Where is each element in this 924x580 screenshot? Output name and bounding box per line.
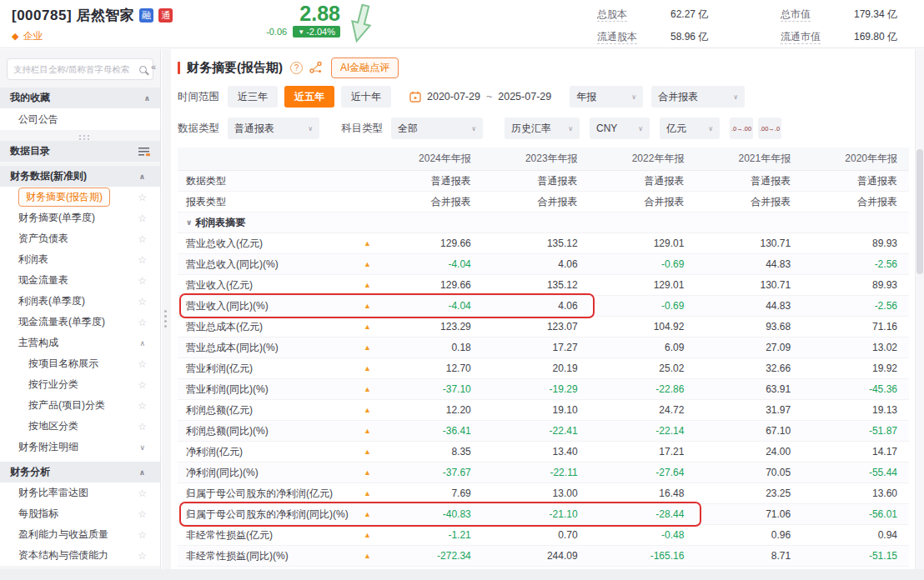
subject-type-select[interactable]: 全部 ∨ (391, 118, 483, 139)
alert-triangle-icon[interactable]: ▲ (364, 239, 371, 248)
favorite-star-icon[interactable]: ☆ (138, 421, 147, 432)
vertical-scrollbar[interactable] (915, 49, 924, 569)
range-3y-button[interactable]: 近三年 (228, 86, 278, 108)
alert-triangle-icon[interactable]: ▲ (364, 448, 371, 456)
date-range-picker[interactable]: 2020-07-29 ~ 2025-07-29 (409, 91, 551, 102)
report-scope-select[interactable]: 合并报表 ∨ (651, 86, 745, 108)
table-row[interactable]: 非经常性损益(同比)(%) ▲ -272.34 244.09 -165.16 8… (178, 546, 909, 567)
favorite-star-icon[interactable]: ☆ (138, 550, 147, 562)
favorite-star-icon[interactable]: ☆ (138, 275, 147, 287)
alert-triangle-icon[interactable]: ▲ (364, 510, 371, 518)
table-row[interactable]: 营业收入(同比)(%) ▲ -4.04 4.06 -0.69 44.83 -2.… (178, 296, 909, 317)
favorite-star-icon[interactable]: ☆ (138, 529, 147, 541)
alert-triangle-icon[interactable]: ▲ (364, 322, 371, 331)
margin-trading-badge[interactable]: 融 (139, 8, 153, 22)
table-row[interactable]: 利润总额(亿元) ▲ 12.20 19.10 24.72 31.97 19.13 (178, 400, 909, 421)
favorite-star-icon[interactable]: ☆ (138, 254, 147, 266)
alert-triangle-icon[interactable]: ▲ (364, 468, 371, 477)
range-5y-button[interactable]: 近五年 (284, 86, 334, 108)
alert-triangle-icon[interactable]: ▲ (364, 302, 371, 310)
sidebar-nav-item[interactable]: 现金流量表 ☆ (0, 270, 160, 291)
unit-select[interactable]: 亿元 ∨ (660, 118, 720, 139)
sidebar-nav-item[interactable]: 利润表 ☆ (0, 249, 160, 270)
favorite-star-icon[interactable]: ☆ (138, 212, 147, 224)
fx-rate-select[interactable]: 历史汇率 ∨ (505, 118, 580, 139)
decimal-increase-button[interactable]: .0→.00 (730, 118, 753, 139)
sidebar-nav-item[interactable]: 盈利能力与收益质量 ☆ (0, 524, 160, 545)
panel-drag-handle-icon[interactable] (164, 310, 167, 312)
favorite-star-icon[interactable]: ☆ (138, 379, 147, 391)
help-icon[interactable]: ? (290, 62, 303, 74)
sidebar-search-box[interactable] (7, 58, 153, 80)
sidebar-nav-item[interactable]: 财务摘要(单季度) ☆ (0, 208, 160, 228)
table-row[interactable]: 利润总额(同比)(%) ▲ -36.41 -22.41 -22.14 67.10… (178, 421, 909, 442)
decimal-decrease-button[interactable]: .00→.0 (758, 118, 781, 139)
alert-triangle-icon[interactable]: ▲ (364, 552, 371, 560)
alert-triangle-icon[interactable]: ▲ (364, 385, 371, 393)
catalog-list-icon[interactable] (138, 147, 150, 157)
table-row[interactable]: 归属于母公司股东的净利润(同比)(%) ▲ -40.83 -21.10 -28.… (178, 504, 909, 525)
alert-triangle-icon[interactable]: ▲ (364, 364, 371, 372)
sidebar-nav-item[interactable]: 按地区分类 ☆ (0, 416, 160, 437)
sidebar-search-input[interactable] (13, 64, 136, 74)
table-row[interactable]: 营业总成本(亿元) ▲ 123.29 123.07 104.92 93.68 7… (178, 317, 909, 338)
table-row[interactable]: 营业总收入(同比)(%) ▲ -4.04 4.06 -0.69 44.83 -2… (178, 254, 909, 275)
sidebar-nav-item[interactable]: 财务数据(新准则) ☆ ∧ (0, 166, 160, 187)
currency-select[interactable]: CNY ∨ (590, 118, 650, 139)
table-row[interactable]: 营业利润(同比)(%) ▲ -37.10 -19.29 -22.86 63.91… (178, 379, 909, 400)
data-type-select[interactable]: 普通报表 ∨ (228, 118, 319, 139)
table-row[interactable]: 营业总收入(亿元) ▲ 129.66 135.12 129.01 130.71 … (178, 233, 909, 254)
sidebar-nav-item[interactable]: 资本结构与偿债能力 ☆ (0, 545, 160, 566)
favorite-star-icon[interactable]: ☆ (138, 296, 147, 308)
sidebar-nav-item[interactable]: 资产负债表 ☆ (0, 228, 160, 249)
stock-connect-badge[interactable]: 通 (158, 8, 173, 22)
sidebar-nav-item[interactable]: 按项目名称展示 ☆ (0, 353, 160, 374)
sidebar-resize-handle[interactable] (0, 130, 160, 141)
table-row[interactable]: 数据类型 ▲ 普通报表 普通报表 普通报表 普通报表 普通报表 (178, 171, 909, 192)
alert-triangle-icon[interactable]: ▲ (364, 343, 371, 352)
section-caret-icon[interactable]: ∨ (186, 218, 192, 227)
sidebar-nav-item[interactable]: 财务比率雷达图 ☆ (0, 482, 160, 503)
range-10y-button[interactable]: 近十年 (341, 86, 391, 108)
favorite-star-icon[interactable]: ☆ (138, 508, 147, 520)
sidebar-catalog-title[interactable]: 数据目录 (0, 141, 160, 162)
sidebar-nav-item[interactable]: 财务分析 ☆ ∧ (0, 462, 160, 482)
ai-review-button[interactable]: AI金融点评 (331, 58, 399, 78)
table-row[interactable]: 非经常性损益(亿元) ▲ -1.21 0.70 -0.48 0.96 0.94 (178, 525, 909, 546)
table-row[interactable]: 营业利润(亿元) ▲ 12.70 20.19 25.02 32.66 19.92 (178, 358, 909, 379)
sidebar-nav-item[interactable]: 按产品(项目)分类 ☆ (0, 395, 160, 416)
sidebar-nav-item[interactable]: 利润表(单季度) ☆ (0, 291, 160, 312)
favorite-star-icon[interactable]: ☆ (138, 358, 147, 370)
sidebar-item-company-announcements[interactable]: 公司公告 (0, 108, 160, 130)
alert-triangle-icon[interactable]: ▲ (364, 260, 371, 268)
table-row[interactable]: 营业总成本(同比)(%) ▲ 0.18 17.27 6.09 27.09 13.… (178, 338, 909, 358)
favorite-star-icon[interactable]: ☆ (138, 400, 147, 412)
company-star-icon[interactable]: ◆ (12, 31, 18, 42)
alert-triangle-icon[interactable]: ▲ (364, 281, 371, 289)
share-icon[interactable] (309, 61, 323, 74)
sidebar-nav-item[interactable]: 现金流量表(单季度) ☆ (0, 312, 160, 332)
alert-triangle-icon[interactable]: ▲ (364, 489, 371, 498)
alert-triangle-icon[interactable]: ▲ (364, 406, 371, 414)
favorite-star-icon[interactable]: ☆ (138, 317, 147, 328)
sidebar-collapse-icon[interactable]: « (151, 62, 156, 72)
table-row[interactable]: 报表类型 ▲ 合并报表 合并报表 合并报表 合并报表 合并报表 (178, 192, 909, 212)
table-row[interactable]: 净利润(同比)(%) ▲ -37.67 -22.11 -27.64 70.05 … (178, 462, 909, 483)
favorite-star-icon[interactable]: ☆ (138, 488, 147, 499)
sidebar-nav-item[interactable]: 主营构成 ☆ ∧ (0, 332, 160, 353)
table-row[interactable]: ∨ 利润表摘要 ▲ (178, 212, 909, 233)
alert-triangle-icon[interactable]: ▲ (364, 531, 371, 539)
report-period-select[interactable]: 年报 ∨ (570, 86, 643, 108)
favorite-star-icon[interactable]: ☆ (138, 233, 147, 245)
sidebar-nav-item[interactable]: 财务附注明细 ☆ ∨ (0, 437, 160, 458)
sidebar-group-favorites[interactable]: 我的收藏 ∧ (0, 88, 160, 108)
favorite-star-icon[interactable]: ☆ (138, 192, 147, 203)
sidebar-nav-item[interactable]: 每股指标 ☆ (0, 503, 160, 524)
sidebar-nav-item[interactable]: 财务摘要(报告期) ☆ (0, 187, 160, 208)
table-row[interactable]: 净利润(亿元) ▲ 8.35 13.40 17.21 24.00 14.17 (178, 442, 909, 462)
scrollbar-thumb[interactable] (916, 149, 923, 274)
company-tag-link[interactable]: 企业 (23, 29, 43, 43)
table-row[interactable]: 营业收入(亿元) ▲ 129.66 135.12 129.01 130.71 8… (178, 275, 909, 296)
alert-triangle-icon[interactable]: ▲ (364, 427, 371, 435)
table-row[interactable]: 归属于母公司股东的净利润(亿元) ▲ 7.69 13.00 16.48 23.2… (178, 483, 909, 504)
